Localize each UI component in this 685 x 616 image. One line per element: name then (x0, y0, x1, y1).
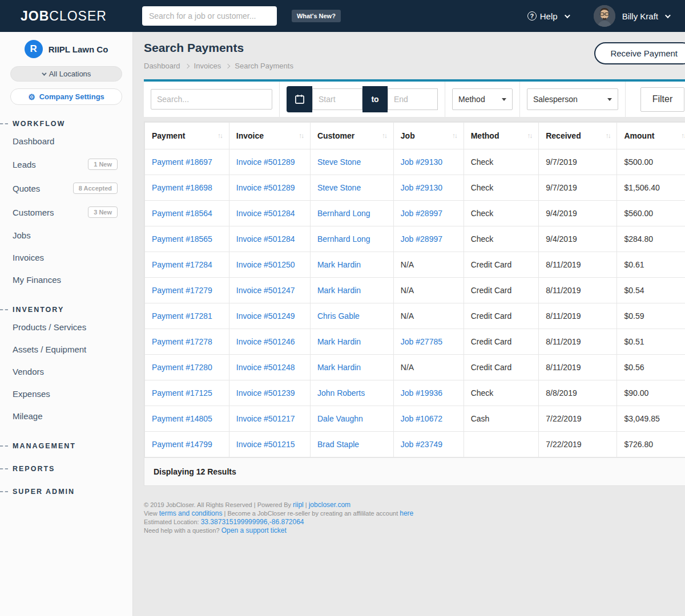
invoice-link[interactable]: Invoice #501250 (229, 252, 310, 278)
customer-link[interactable]: Mark Hardin (310, 329, 393, 355)
company-settings-button[interactable]: ⚙ Company Settings (10, 88, 122, 105)
global-search-input[interactable] (142, 6, 277, 26)
invoice-link[interactable]: Invoice #501215 (229, 432, 310, 457)
sidebar-item-customers[interactable]: Customers3 New (0, 200, 132, 224)
sidebar-item-invoices[interactable]: Invoices (0, 246, 132, 269)
sort-icon[interactable]: ↑↓ (217, 132, 222, 140)
payment-link[interactable]: Payment #17278 (145, 329, 229, 355)
col-header-job[interactable]: Job (401, 131, 415, 140)
invoice-link[interactable]: Invoice #501249 (229, 303, 310, 329)
col-header-method[interactable]: Method (471, 131, 499, 140)
sidebar-section-workflow[interactable]: WORKFLOW (0, 120, 132, 128)
job-link[interactable]: Job #19936 (393, 380, 464, 406)
job-link[interactable]: Job #28997 (393, 201, 464, 226)
whats-new-button[interactable]: What's New? (292, 10, 341, 22)
table-search-input[interactable] (151, 89, 272, 110)
customer-link[interactable]: Dale Vaughn (310, 406, 393, 432)
sidebar-item-dashboard[interactable]: Dashboard (0, 130, 132, 152)
sort-icon[interactable]: ↑↓ (681, 132, 685, 140)
payment-link[interactable]: Payment #17280 (145, 355, 229, 380)
sort-icon[interactable]: ↑↓ (299, 132, 303, 140)
customer-link[interactable]: Mark Hardin (310, 355, 393, 380)
sort-icon[interactable]: ↑↓ (605, 132, 610, 140)
sidebar-item-quotes[interactable]: Quotes8 Accepted (0, 176, 132, 200)
here-link[interactable]: here (400, 509, 413, 517)
sidebar-item-jobs[interactable]: Jobs (0, 224, 132, 246)
col-header-invoice[interactable]: Invoice (236, 131, 264, 140)
invoice-link[interactable]: Invoice #501289 (229, 149, 310, 175)
customer-link[interactable]: Mark Hardin (310, 252, 393, 278)
all-locations-dropdown[interactable]: All Locations (10, 66, 122, 82)
sidebar-item-mileage[interactable]: Mileage (0, 405, 132, 427)
user-name[interactable]: Billy Kraft (622, 11, 658, 21)
sort-icon[interactable]: ↑↓ (452, 132, 457, 140)
sort-icon[interactable]: ↑↓ (527, 132, 531, 140)
payment-link[interactable]: Payment #18697 (145, 149, 229, 175)
sidebar-item-products-services[interactable]: Products / Services (0, 316, 132, 338)
terms-and-conditions-link[interactable]: terms and conditions (159, 509, 223, 517)
customer-link[interactable]: Mark Hardin (310, 278, 393, 303)
customer-link[interactable]: John Roberts (310, 380, 393, 406)
app-logo[interactable]: JOBCLOSER (21, 9, 107, 24)
payment-link[interactable]: Payment #14805 (145, 406, 229, 432)
payment-link[interactable]: Payment #18698 (145, 175, 229, 201)
job-link[interactable]: Job #27785 (393, 329, 464, 355)
calendar-icon[interactable] (287, 86, 312, 112)
sidebar-section-management[interactable]: MANAGEMENT (0, 442, 132, 450)
job-link[interactable]: Job #29130 (393, 149, 464, 175)
help-menu[interactable]: ? Help (527, 11, 569, 21)
job-link[interactable]: Job #10672 (393, 406, 464, 432)
end-date-input[interactable] (388, 88, 438, 110)
sidebar-section-inventory[interactable]: INVENTORY (0, 306, 132, 314)
customer-link[interactable]: Chris Gable (310, 303, 393, 329)
customer-link[interactable]: Bernhard Long (310, 226, 393, 252)
sidebar-item-leads[interactable]: Leads1 New (0, 152, 132, 176)
payment-link[interactable]: Payment #17279 (145, 278, 229, 303)
riipl-link[interactable]: riipl (293, 501, 304, 509)
customer-link[interactable]: Steve Stone (310, 175, 393, 201)
sidebar-section-super-admin[interactable]: SUPER ADMIN (0, 488, 132, 496)
location-coordinates-link[interactable]: 33.387315199999996,-86.872064 (201, 518, 304, 526)
col-header-payment[interactable]: Payment (152, 131, 185, 140)
invoice-link[interactable]: Invoice #501217 (229, 406, 310, 432)
jobcloser-link[interactable]: jobcloser.com (309, 501, 350, 509)
invoice-link[interactable]: Invoice #501239 (229, 380, 310, 406)
avatar[interactable] (594, 5, 615, 27)
job-link[interactable]: Job #29130 (393, 175, 464, 201)
sidebar-item-expenses[interactable]: Expenses (0, 383, 132, 405)
payment-link[interactable]: Payment #14799 (145, 432, 229, 457)
col-header-received[interactable]: Received (546, 131, 581, 140)
customer-link[interactable]: Steve Stone (310, 149, 393, 175)
invoice-link[interactable]: Invoice #501248 (229, 355, 310, 380)
method-select[interactable]: Method (452, 88, 513, 110)
salesperson-select[interactable]: Salesperson (527, 88, 618, 110)
payment-link[interactable]: Payment #18564 (145, 201, 229, 226)
sidebar-item-vendors[interactable]: Vendors (0, 360, 132, 383)
receive-payment-button[interactable]: Receive Payment (594, 42, 685, 64)
col-header-customer[interactable]: Customer (317, 131, 354, 140)
customer-link[interactable]: Bernhard Long (310, 201, 393, 226)
payment-link[interactable]: Payment #17125 (145, 380, 229, 406)
support-ticket-link[interactable]: Open a support ticket (221, 526, 287, 534)
filter-button[interactable]: Filter (640, 87, 684, 112)
payment-link[interactable]: Payment #17284 (145, 252, 229, 278)
sidebar-section-reports[interactable]: REPORTS (0, 465, 132, 473)
invoice-link[interactable]: Invoice #501284 (229, 226, 310, 252)
payment-link[interactable]: Payment #17281 (145, 303, 229, 329)
customer-link[interactable]: Brad Staple (310, 432, 393, 457)
job-link[interactable]: Job #23749 (393, 432, 464, 457)
user-menu-chevron-icon[interactable] (665, 13, 671, 18)
job-link[interactable]: Job #28997 (393, 226, 464, 252)
breadcrumb-invoices[interactable]: Invoices (194, 62, 221, 70)
breadcrumb-dashboard[interactable]: Dashboard (144, 62, 180, 70)
invoice-link[interactable]: Invoice #501284 (229, 201, 310, 226)
start-date-input[interactable] (312, 88, 362, 110)
sidebar-item-assets-equipment[interactable]: Assets / Equipment (0, 338, 132, 360)
payment-link[interactable]: Payment #18565 (145, 226, 229, 252)
invoice-link[interactable]: Invoice #501247 (229, 278, 310, 303)
sidebar-item-my-finances[interactable]: My Finances (0, 269, 132, 291)
col-header-amount[interactable]: Amount (624, 131, 654, 140)
sort-icon[interactable]: ↑↓ (382, 132, 386, 140)
invoice-link[interactable]: Invoice #501246 (229, 329, 310, 355)
invoice-link[interactable]: Invoice #501289 (229, 175, 310, 201)
